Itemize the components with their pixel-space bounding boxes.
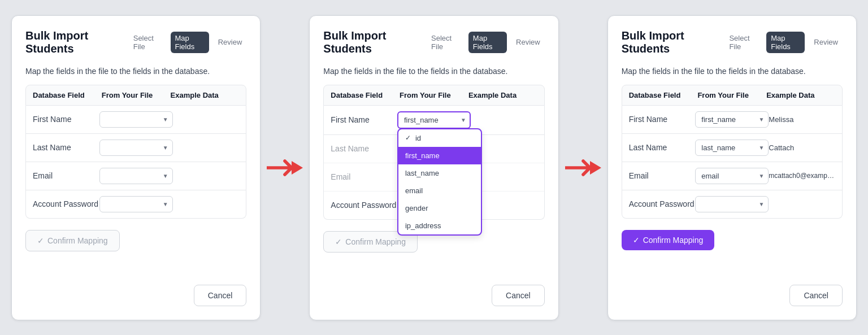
field-last-name-2: Last Name [331,144,397,153]
dropdown-item-first-name[interactable]: first_name [398,147,481,164]
select-account-password-3-wrapper: ▼ [695,196,769,212]
row-account-password-3: Account Password ▼ [622,190,842,218]
select-first-name-3[interactable]: first_name [695,111,769,128]
row-email-1: Email ▼ [26,162,246,190]
row-first-name-3: First Name first_name ▼ Melissa [622,106,842,134]
panel-1-title: Bulk Import Students [25,29,129,55]
select-first-name-1-wrapper: ▼ [99,111,173,128]
panel-2-table-rows: First Name id first_name last_name email… [323,106,544,220]
step-select-file-2: Select File [427,32,464,53]
col-example-3: Example Data [766,91,835,99]
panel-2-table-header: Database Field From Your File Example Da… [323,85,544,106]
row-account-password-1: Account Password ▼ [26,190,246,218]
field-email-3: Email [629,171,696,180]
select-first-name-2[interactable]: id first_name last_name email gender ip_… [397,111,471,129]
field-last-name-3: Last Name [629,143,696,152]
example-last-name-3: Cattach [769,143,835,152]
select-last-name-1-wrapper: ▼ [99,140,173,156]
field-first-name-1: First Name [33,115,99,124]
svg-marker-0 [292,161,303,175]
panel-1-table-rows: First Name ▼ Last Name ▼ Email [25,106,246,219]
select-email-1[interactable] [99,168,173,184]
step-map-fields-1: Map Fields [171,32,209,53]
dropdown-item-id[interactable]: id [398,129,481,147]
step-select-file-3: Select File [724,32,762,53]
confirm-btn-label-2: Confirm Mapping [345,237,406,246]
step-select-file-1: Select File [129,32,166,53]
check-icon-3: ✓ [633,236,640,245]
select-account-password-1[interactable] [99,196,173,212]
panel-1-header: Bulk Import Students Select File Map Fie… [25,29,246,55]
select-email-3[interactable]: email [695,168,769,184]
cancel-btn-3[interactable]: Cancel [789,285,843,306]
cancel-btn-2[interactable]: Cancel [492,285,545,306]
panel-3-description: Map the fields in the file to the fields… [622,67,843,76]
arrow-2 [563,156,603,179]
panel-2-title: Bulk Import Students [323,29,427,55]
cancel-btn-1[interactable]: Cancel [194,285,247,306]
dropdown-item-gender[interactable]: gender [398,199,481,217]
panel-2-steps: Select File Map Fields Review [427,32,545,53]
step-review-3: Review [809,36,843,49]
field-last-name-1: Last Name [33,143,99,152]
field-email-1: Email [33,171,99,180]
step-map-fields-3: Map Fields [766,32,805,53]
select-last-name-1[interactable] [99,140,173,156]
confirm-btn-label-3: Confirm Mapping [643,236,704,245]
col-db-field-3: Database Field [629,91,698,99]
col-from-file-1: From Your File [102,91,171,99]
panel-3: Bulk Import Students Select File Map Fie… [607,15,857,320]
row-last-name-1: Last Name ▼ [26,134,246,162]
col-db-field-2: Database Field [331,91,400,99]
svg-marker-1 [590,161,601,175]
col-from-file-3: From Your File [697,91,766,99]
row-email-3: Email email ▼ mcattach0@example.edukits.… [622,162,842,190]
row-first-name-2: First Name id first_name last_name email… [324,106,544,135]
field-email-2: Email [331,172,397,181]
select-account-password-1-wrapper: ▼ [99,196,173,212]
select-first-name-3-wrapper: first_name ▼ [695,111,769,128]
field-first-name-2: First Name [331,115,397,124]
select-first-name-1[interactable] [99,111,173,128]
dropdown-item-email[interactable]: email [398,182,481,199]
row-first-name-1: First Name ▼ [26,106,246,134]
select-last-name-3[interactable]: last_name [695,140,769,156]
col-db-field-1: Database Field [33,91,102,99]
confirm-mapping-btn-3[interactable]: ✓ Confirm Mapping [622,230,715,250]
panel-3-steps: Select File Map Fields Review [724,32,843,53]
col-example-1: Example Data [171,91,240,99]
panel-1-description: Map the fields in the file to the fields… [25,67,246,76]
confirm-btn-label-1: Confirm Mapping [47,236,108,245]
example-email-3: mcattach0@example.edukits.co [769,172,835,180]
dropdown-item-ip-address[interactable]: ip_address [398,217,481,234]
confirm-mapping-btn-1[interactable]: ✓ Confirm Mapping [25,230,120,251]
select-first-name-2-wrapper: id first_name last_name email gender ip_… [397,111,471,129]
dropdown-overlay-2: id first_name last_name email gender ip_… [397,128,482,236]
panel-1-table-header: Database Field From Your File Example Da… [25,85,246,106]
col-example-2: Example Data [468,91,537,99]
step-map-fields-2: Map Fields [468,32,507,53]
select-account-password-3[interactable] [695,196,769,212]
dropdown-item-last-name[interactable]: last_name [398,164,481,182]
panel-1: Bulk Import Students Select File Map Fie… [11,15,261,320]
step-review-1: Review [214,36,247,49]
panel-3-header: Bulk Import Students Select File Map Fie… [622,29,843,55]
field-account-password-1: Account Password [33,199,99,208]
panel-3-table-rows: First Name first_name ▼ Melissa Last Nam… [622,106,843,219]
example-first-name-3: Melissa [769,115,835,124]
panel-2: Bulk Import Students Select File Map Fie… [309,15,558,320]
row-last-name-3: Last Name last_name ▼ Cattach [622,134,842,162]
panel-1-steps: Select File Map Fields Review [129,32,247,53]
select-last-name-3-wrapper: last_name ▼ [695,140,769,156]
arrow-1 [265,156,305,179]
panel-2-header: Bulk Import Students Select File Map Fie… [323,29,544,55]
select-email-1-wrapper: ▼ [99,168,173,184]
panel-3-table-header: Database Field From Your File Example Da… [622,85,843,106]
check-icon-2: ✓ [335,237,342,246]
field-account-password-2: Account Password [331,201,397,210]
col-from-file-2: From Your File [400,91,468,99]
field-account-password-3: Account Password [629,199,696,208]
field-first-name-3: First Name [629,115,696,124]
panel-3-title: Bulk Import Students [622,29,725,55]
step-review-2: Review [511,36,545,49]
